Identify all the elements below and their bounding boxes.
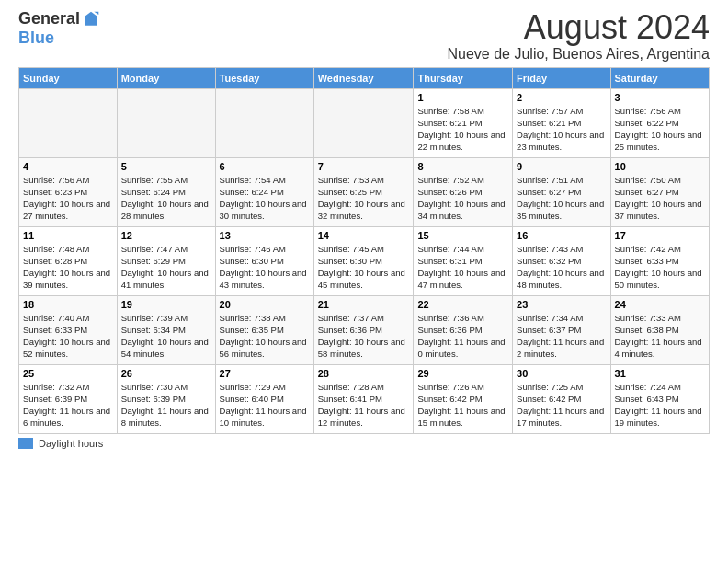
table-row: 13Sunrise: 7:46 AMSunset: 6:30 PMDayligh… <box>215 226 313 295</box>
day-info: Sunrise: 7:53 AMSunset: 6:25 PMDaylight:… <box>318 174 410 223</box>
legend: Daylight hours <box>0 434 728 453</box>
day-info: Sunrise: 7:39 AMSunset: 6:34 PMDaylight:… <box>121 312 211 361</box>
page-subtitle: Nueve de Julio, Buenos Aires, Argentina <box>447 46 710 63</box>
day-info: Sunrise: 7:46 AMSunset: 6:30 PMDaylight:… <box>220 243 310 292</box>
day-info: Sunrise: 7:33 AMSunset: 6:38 PMDaylight:… <box>615 312 705 361</box>
header-saturday: Saturday <box>610 67 709 88</box>
day-number: 30 <box>517 368 606 379</box>
header-wednesday: Wednesday <box>313 67 414 88</box>
day-number: 11 <box>23 230 113 241</box>
table-row: 29Sunrise: 7:26 AMSunset: 6:42 PMDayligh… <box>414 364 513 433</box>
table-row: 30Sunrise: 7:25 AMSunset: 6:42 PMDayligh… <box>513 364 610 433</box>
day-number: 9 <box>517 161 606 172</box>
day-info: Sunrise: 7:58 AMSunset: 6:21 PMDaylight:… <box>417 105 508 154</box>
day-number: 6 <box>220 161 310 172</box>
day-info: Sunrise: 7:26 AMSunset: 6:42 PMDaylight:… <box>417 381 508 430</box>
day-number: 23 <box>517 299 606 310</box>
day-info: Sunrise: 7:28 AMSunset: 6:41 PMDaylight:… <box>318 381 410 430</box>
day-number: 19 <box>121 299 211 310</box>
table-row: 24Sunrise: 7:33 AMSunset: 6:38 PMDayligh… <box>610 295 709 364</box>
table-row <box>117 88 215 157</box>
day-info: Sunrise: 7:38 AMSunset: 6:35 PMDaylight:… <box>220 312 310 361</box>
day-number: 29 <box>417 368 508 379</box>
day-number: 3 <box>615 92 705 103</box>
day-number: 5 <box>121 161 211 172</box>
table-row: 22Sunrise: 7:36 AMSunset: 6:36 PMDayligh… <box>414 295 513 364</box>
day-info: Sunrise: 7:54 AMSunset: 6:24 PMDaylight:… <box>220 174 310 223</box>
day-info: Sunrise: 7:24 AMSunset: 6:43 PMDaylight:… <box>615 381 705 430</box>
legend-label: Daylight hours <box>39 438 103 449</box>
day-number: 16 <box>517 230 606 241</box>
day-number: 1 <box>417 92 508 103</box>
calendar-week-row: 11Sunrise: 7:48 AMSunset: 6:28 PMDayligh… <box>19 226 710 295</box>
day-info: Sunrise: 7:48 AMSunset: 6:28 PMDaylight:… <box>23 243 113 292</box>
day-number: 27 <box>220 368 310 379</box>
header-friday: Friday <box>513 67 610 88</box>
day-number: 25 <box>23 368 113 379</box>
day-number: 12 <box>121 230 211 241</box>
table-row: 21Sunrise: 7:37 AMSunset: 6:36 PMDayligh… <box>313 295 414 364</box>
legend-color-box <box>18 438 33 449</box>
table-row: 19Sunrise: 7:39 AMSunset: 6:34 PMDayligh… <box>117 295 215 364</box>
day-info: Sunrise: 7:36 AMSunset: 6:36 PMDaylight:… <box>417 312 508 361</box>
table-row: 9Sunrise: 7:51 AMSunset: 6:27 PMDaylight… <box>513 157 610 226</box>
day-info: Sunrise: 7:43 AMSunset: 6:32 PMDaylight:… <box>517 243 606 292</box>
table-row <box>313 88 414 157</box>
day-number: 21 <box>318 299 410 310</box>
calendar-header-row: Sunday Monday Tuesday Wednesday Thursday… <box>19 67 710 88</box>
day-number: 18 <box>23 299 113 310</box>
day-info: Sunrise: 7:29 AMSunset: 6:40 PMDaylight:… <box>220 381 310 430</box>
calendar-table: Sunday Monday Tuesday Wednesday Thursday… <box>18 67 710 434</box>
day-info: Sunrise: 7:52 AMSunset: 6:26 PMDaylight:… <box>417 174 508 223</box>
table-row: 25Sunrise: 7:32 AMSunset: 6:39 PMDayligh… <box>19 364 118 433</box>
day-info: Sunrise: 7:45 AMSunset: 6:30 PMDaylight:… <box>318 243 410 292</box>
table-row: 4Sunrise: 7:56 AMSunset: 6:23 PMDaylight… <box>19 157 118 226</box>
day-info: Sunrise: 7:47 AMSunset: 6:29 PMDaylight:… <box>121 243 211 292</box>
day-number: 4 <box>23 161 113 172</box>
table-row <box>215 88 313 157</box>
table-row: 5Sunrise: 7:55 AMSunset: 6:24 PMDaylight… <box>117 157 215 226</box>
table-row: 17Sunrise: 7:42 AMSunset: 6:33 PMDayligh… <box>610 226 709 295</box>
day-number: 28 <box>318 368 410 379</box>
calendar-week-row: 25Sunrise: 7:32 AMSunset: 6:39 PMDayligh… <box>19 364 710 433</box>
table-row: 23Sunrise: 7:34 AMSunset: 6:37 PMDayligh… <box>513 295 610 364</box>
day-info: Sunrise: 7:37 AMSunset: 6:36 PMDaylight:… <box>318 312 410 361</box>
day-number: 26 <box>121 368 211 379</box>
header-tuesday: Tuesday <box>215 67 313 88</box>
table-row: 6Sunrise: 7:54 AMSunset: 6:24 PMDaylight… <box>215 157 313 226</box>
table-row: 12Sunrise: 7:47 AMSunset: 6:29 PMDayligh… <box>117 226 215 295</box>
page-title: August 2024 <box>447 9 710 46</box>
logo-general-text: General <box>18 9 80 29</box>
logo: General Blue <box>18 9 100 48</box>
table-row <box>19 88 118 157</box>
table-row: 3Sunrise: 7:56 AMSunset: 6:22 PMDaylight… <box>610 88 709 157</box>
table-row: 8Sunrise: 7:52 AMSunset: 6:26 PMDaylight… <box>414 157 513 226</box>
day-number: 15 <box>417 230 508 241</box>
day-number: 22 <box>417 299 508 310</box>
day-number: 10 <box>615 161 705 172</box>
table-row: 10Sunrise: 7:50 AMSunset: 6:27 PMDayligh… <box>610 157 709 226</box>
table-row: 16Sunrise: 7:43 AMSunset: 6:32 PMDayligh… <box>513 226 610 295</box>
table-row: 20Sunrise: 7:38 AMSunset: 6:35 PMDayligh… <box>215 295 313 364</box>
table-row: 11Sunrise: 7:48 AMSunset: 6:28 PMDayligh… <box>19 226 118 295</box>
day-number: 17 <box>615 230 705 241</box>
table-row: 26Sunrise: 7:30 AMSunset: 6:39 PMDayligh… <box>117 364 215 433</box>
calendar-week-row: 18Sunrise: 7:40 AMSunset: 6:33 PMDayligh… <box>19 295 710 364</box>
table-row: 1Sunrise: 7:58 AMSunset: 6:21 PMDaylight… <box>414 88 513 157</box>
header: General Blue August 2024 Nueve de Julio,… <box>0 0 728 67</box>
day-number: 13 <box>220 230 310 241</box>
title-area: August 2024 Nueve de Julio, Buenos Aires… <box>447 9 710 63</box>
table-row: 15Sunrise: 7:44 AMSunset: 6:31 PMDayligh… <box>414 226 513 295</box>
logo-icon <box>82 10 100 29</box>
day-number: 8 <box>417 161 508 172</box>
day-info: Sunrise: 7:34 AMSunset: 6:37 PMDaylight:… <box>517 312 606 361</box>
day-info: Sunrise: 7:50 AMSunset: 6:27 PMDaylight:… <box>615 174 705 223</box>
day-number: 2 <box>517 92 606 103</box>
day-info: Sunrise: 7:42 AMSunset: 6:33 PMDaylight:… <box>615 243 705 292</box>
table-row: 31Sunrise: 7:24 AMSunset: 6:43 PMDayligh… <box>610 364 709 433</box>
day-number: 14 <box>318 230 410 241</box>
day-number: 31 <box>615 368 705 379</box>
day-info: Sunrise: 7:56 AMSunset: 6:23 PMDaylight:… <box>23 174 113 223</box>
day-info: Sunrise: 7:40 AMSunset: 6:33 PMDaylight:… <box>23 312 113 361</box>
header-monday: Monday <box>117 67 215 88</box>
